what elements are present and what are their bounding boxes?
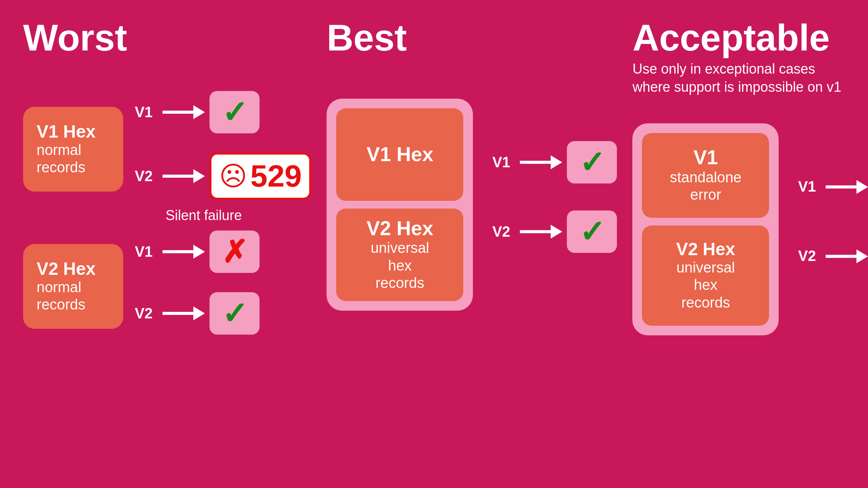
worst-b2-v2-result: ✓ [209, 292, 260, 335]
silent-failure-container: Silent failure V1 ✗ [135, 231, 260, 281]
acceptable-card2: V2 Hex universalhexrecords [642, 225, 769, 326]
best-card2-content: V2 Hex universalhexrecords [367, 217, 433, 292]
worst-b1-v1-result: ✓ [209, 91, 260, 133]
worst-b1-v2-row: V2 ☹ 529 [135, 153, 311, 200]
best-title: Best [327, 19, 407, 56]
best-v1-label: V1 [492, 154, 515, 171]
best-card2: V2 Hex universalhexrecords [336, 209, 463, 301]
worst-b2-v1-cross: ✗ [222, 234, 248, 270]
worst-b1-v1-label: V1 [135, 104, 158, 121]
best-v1-row: V1 ✓ [492, 141, 617, 183]
acceptable-card-wrapper: V1 standaloneerror V2 Hex universalhexre… [632, 123, 779, 335]
best-v1-arrow [520, 155, 562, 169]
worst-block1-arrows: V1 ✓ V2 [135, 91, 311, 207]
worst-b2-v1-arrow [163, 245, 205, 259]
best-section: Best V1 Hex V2 Hex universalhexrecords V… [327, 19, 632, 311]
acceptable-card2-title: V2 Hex [676, 239, 735, 259]
worst-b2-v2-label: V2 [135, 305, 158, 322]
acceptable-content: V1 standaloneerror V2 Hex universalhexre… [632, 116, 868, 335]
sad-icon: ☹ [219, 160, 247, 192]
best-v1-result: ✓ [567, 141, 617, 183]
acceptable-card2-content: V2 Hex universalhexrecords [676, 239, 735, 311]
silent-failure-label: Silent failure [166, 207, 242, 224]
acceptable-card1-subtitle: standaloneerror [670, 169, 742, 204]
best-v2-row: V2 ✓ [492, 210, 617, 253]
acceptable-v2-row: V2 ✓ [798, 235, 868, 278]
worst-content: V1 Hex normalrecords V1 ✓ [23, 91, 311, 342]
best-v2-check: ✓ [579, 214, 605, 250]
best-v2-label: V2 [492, 224, 515, 240]
worst-b1-error-code: 529 [250, 158, 302, 194]
worst-b2-v2-check: ✓ [222, 296, 248, 332]
best-v2-result: ✓ [567, 210, 617, 253]
acceptable-card1: V1 standaloneerror [642, 133, 769, 218]
best-v2-arrow [520, 225, 562, 239]
best-card-wrapper: V1 Hex V2 Hex universalhexrecords [327, 99, 473, 311]
best-card2-title: V2 Hex [367, 217, 433, 239]
worst-card1-title: V1 Hex [37, 122, 110, 141]
worst-block2-arrows: Silent failure V1 ✗ [135, 231, 260, 342]
worst-b2-v1-row: V1 ✗ [135, 231, 260, 273]
worst-b1-v1-check: ✓ [222, 94, 248, 130]
acceptable-v2-label: V2 [798, 248, 821, 264]
worst-card1: V1 Hex normalrecords [23, 107, 123, 192]
worst-block1: V1 Hex normalrecords V1 ✓ [23, 91, 311, 207]
worst-title: Worst [23, 19, 127, 56]
worst-b1-v2-label: V2 [135, 168, 158, 185]
acceptable-title: Acceptable [632, 19, 829, 56]
worst-section: Worst V1 Hex normalrecords V1 [23, 19, 327, 342]
acceptable-v1-label: V1 [798, 178, 821, 195]
worst-card1-subtitle: normalrecords [37, 141, 110, 177]
worst-card2-title: V2 Hex [37, 259, 110, 279]
acceptable-card1-title: V1 [670, 146, 742, 168]
best-card1-title: V1 Hex [367, 143, 433, 165]
best-content: V1 Hex V2 Hex universalhexrecords V1 [327, 91, 617, 311]
worst-b2-v2-row: V2 ✓ [135, 292, 260, 335]
acceptable-section: Acceptable Use only in exceptional cases… [632, 19, 868, 335]
acceptable-card2-subtitle: universalhexrecords [676, 259, 735, 312]
acceptable-results: V1 ☹ 927 V2 [798, 166, 868, 285]
acceptable-v2-arrow [826, 249, 868, 263]
worst-b1-v1-row: V1 ✓ [135, 91, 311, 133]
acceptable-subtitle: Use only in exceptional caseswhere suppo… [632, 60, 841, 96]
worst-b1-v2-arrow [163, 169, 205, 183]
worst-card2: V2 Hex normalrecords [23, 244, 123, 329]
best-v1-check: ✓ [579, 145, 605, 180]
worst-b1-v2-result: ☹ 529 [209, 153, 311, 200]
main-container: Worst V1 Hex normalrecords V1 [0, 0, 868, 488]
best-card1: V1 Hex [336, 108, 463, 201]
acceptable-card1-content: V1 standaloneerror [670, 146, 742, 204]
best-card2-subtitle: universalhexrecords [367, 239, 433, 292]
worst-card2-subtitle: normalrecords [37, 279, 110, 314]
worst-b2-v1-label: V1 [135, 244, 158, 260]
worst-b1-v1-arrow [163, 105, 205, 119]
acceptable-v1-row: V1 ☹ 927 [798, 166, 868, 208]
acceptable-v1-arrow [826, 180, 868, 194]
worst-b2-v1-result: ✗ [209, 231, 260, 273]
worst-b2-v2-arrow [163, 306, 205, 320]
worst-block2: V2 Hex normalrecords Silent failure V1 [23, 231, 311, 342]
best-results: V1 ✓ V2 ✓ [492, 141, 617, 261]
